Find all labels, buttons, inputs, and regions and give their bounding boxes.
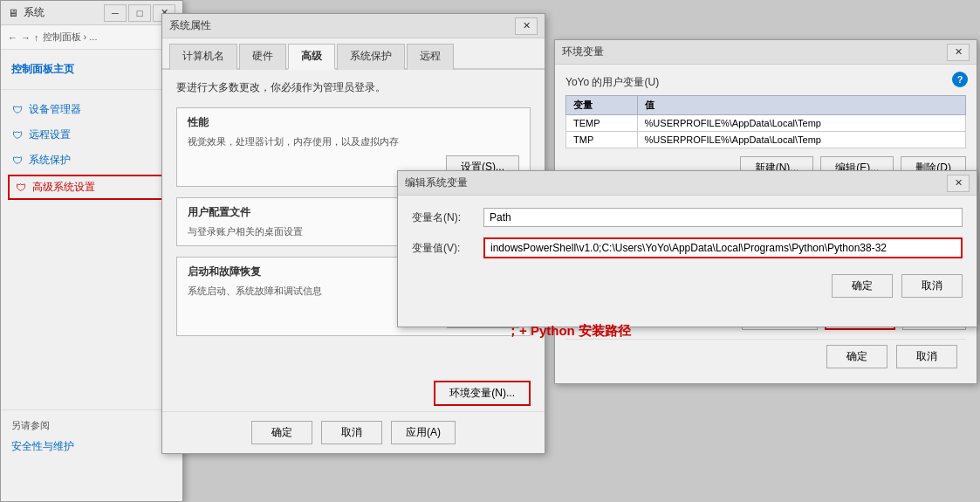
editvar-close-btn[interactable]: ✕ [947,175,970,192]
breadcrumb-text: 控制面板 › ... [43,31,98,44]
envvars-bottom-btns: 确定 取消 [565,339,966,374]
left-panel: 控制面板主页 🛡 设备管理器 🛡 远程设置 🛡 系统保护 🛡 高级系统设置 另请… [1,50,182,209]
sysprops-title: 系统属性 [169,18,211,33]
sysprops-apply-btn[interactable]: 应用(A) [391,421,456,444]
sysprops-ok-btn[interactable]: 确定 [251,421,312,444]
nav-forward[interactable]: → [21,32,31,43]
system-window: 🖥 系统 ─ □ ✕ ← → ↑ 控制面板 › ... 控制面板主页 🛡 设备管… [0,0,183,502]
nav-back[interactable]: ← [8,32,17,43]
user-vars-title: YoYo 的用户变量(U) [565,75,966,90]
nav-device-manager[interactable]: 🛡 设备管理器 [1,97,182,122]
nav-remote-settings[interactable]: 🛡 远程设置 [1,122,182,148]
tab-system-protection[interactable]: 系统保护 [337,44,405,70]
editvar-titlebar: 编辑系统变量 ✕ [398,171,977,196]
envvars-controls: ✕ [947,44,970,61]
also-see-section: 另请参阅 安全性与维护 [1,409,182,466]
editvar-content: 变量名(N): 变量值(V): 确定 取消 [398,196,977,310]
user-row-0-val: %USERPROFILE%\AppData\Local\Temp [637,115,965,132]
env-variables-btn[interactable]: 环境变量(N)... [434,381,531,406]
help-button[interactable]: ? [952,72,968,87]
sysprops-close-btn[interactable]: ✕ [515,17,538,35]
sysprops-controls: ✕ [515,17,538,35]
envvars-ok-btn[interactable]: 确定 [826,345,887,368]
table-row[interactable]: TMP %USERPROFILE%\AppData\Local\Temp [566,132,966,148]
var-value-label: 变量值(V): [412,241,473,256]
system-window-icon: 🖥 [8,7,18,19]
nav-remote-settings-label: 远程设置 [29,127,71,142]
sysprops-bottom-btns: 确定 取消 应用(A) [162,411,545,453]
nav-system-protection-label: 系统保护 [29,153,71,168]
nav-home[interactable]: 控制面板主页 [1,57,182,82]
var-value-row: 变量值(V): [412,237,963,258]
system-title-group: 🖥 系统 [8,5,45,20]
user-col-val: 值 [637,96,965,115]
editvar-cancel-btn[interactable]: 取消 [901,274,963,298]
shield-icon-4: 🛡 [15,182,27,194]
performance-label: 性能 [188,115,519,130]
breadcrumb: ← → ↑ 控制面板 › ... [1,25,182,50]
tab-computer-name[interactable]: 计算机名 [169,44,237,70]
var-name-label: 变量名(N): [412,210,473,225]
editvar-controls: ✕ [947,175,970,192]
editvar-ok-btn[interactable]: 确定 [832,274,893,298]
system-titlebar: 🖥 系统 ─ □ ✕ [1,1,182,25]
var-name-input[interactable] [483,208,963,227]
editvar-title-group: 编辑系统变量 [405,175,468,190]
var-name-row: 变量名(N): [412,208,963,227]
nav-device-manager-label: 设备管理器 [29,102,81,117]
user-row-1-val: %USERPROFILE%\AppData\Local\Temp [637,132,965,148]
envvars-titlebar: 环境变量 ✕ [555,40,977,65]
user-row-0-var: TEMP [566,115,638,132]
nav-system-protection[interactable]: 🛡 系统保护 [1,148,182,173]
envvars-title: 环境变量 [562,45,604,59]
envvars-close-btn[interactable]: ✕ [947,44,970,61]
performance-desc: 视觉效果，处理器计划，内存使用，以及虚拟内存 [188,135,519,148]
user-row-1-var: TMP [566,132,638,148]
sysprops-title-group: 系统属性 [169,18,211,33]
nav-security-label: 安全性与维护 [11,439,74,454]
tab-advanced[interactable]: 高级 [288,44,335,70]
var-value-input[interactable] [483,237,963,258]
system-minimize-btn[interactable]: ─ [104,4,127,22]
nav-up[interactable]: ↑ [34,32,39,43]
system-maximize-btn[interactable]: □ [128,4,151,22]
shield-icon-3: 🛡 [11,155,24,167]
shield-icon-2: 🛡 [11,129,24,141]
envvars-cancel-btn[interactable]: 取消 [896,345,957,368]
env-btn-row: 环境变量(N)... [162,375,545,411]
table-row[interactable]: TEMP %USERPROFILE%\AppData\Local\Temp [566,115,966,132]
nav-advanced-settings[interactable]: 🛡 高级系统设置 [8,175,175,200]
tab-remote[interactable]: 远程 [407,44,454,70]
editvar-window: 编辑系统变量 ✕ 变量名(N): 变量值(V): 确定 取消 [397,170,977,327]
envvars-title-group: 环境变量 [562,45,604,59]
editvar-title: 编辑系统变量 [405,175,468,190]
sysprops-cancel-btn[interactable]: 取消 [321,421,382,444]
user-vars-section: 变量 值 TEMP %USERPROFILE%\AppData\Local\Te… [565,95,966,156]
nav-advanced-settings-label: 高级系统设置 [32,180,95,195]
sysprops-note: 要进行大多数更改，你必须作为管理员登录。 [176,80,531,95]
home-label: 控制面板主页 [11,62,74,77]
nav-divider-1 [1,89,182,90]
tab-hardware[interactable]: 硬件 [239,44,286,70]
shield-icon-1: 🛡 [11,104,24,116]
user-vars-table: 变量 值 TEMP %USERPROFILE%\AppData\Local\Te… [565,95,966,148]
system-window-title: 系统 [24,5,45,20]
annotation-text: ；+ Python 安装路径 [506,323,631,340]
tabs-bar: 计算机名 硬件 高级 系统保护 远程 [162,38,545,70]
system-window-inner: ← → ↑ 控制面板 › ... 控制面板主页 🛡 设备管理器 🛡 远程设置 🛡… [1,25,182,501]
sysprops-titlebar: 系统属性 ✕ [162,14,545,38]
also-see-title: 另请参阅 [11,419,172,432]
editvar-bottom-btns: 确定 取消 [412,269,963,298]
user-col-var: 变量 [566,96,638,115]
nav-security[interactable]: 安全性与维护 [11,436,172,457]
